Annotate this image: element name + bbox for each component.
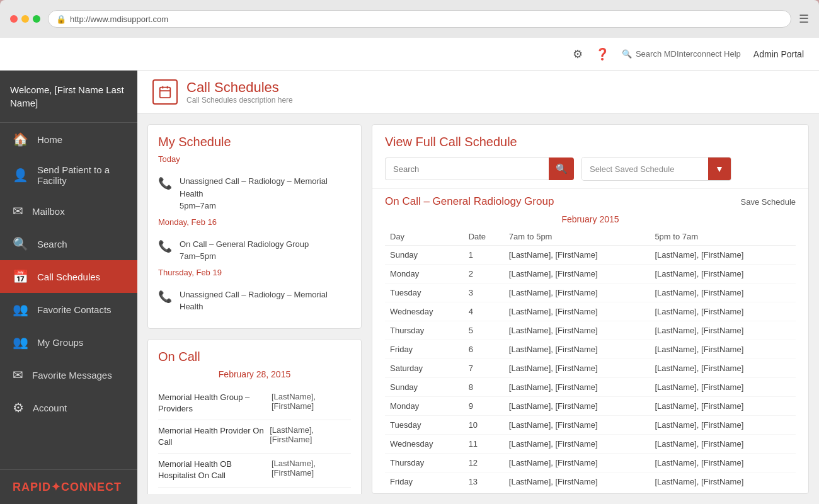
left-panel: My Schedule Today 📞 Unassigned Call – Ra… <box>147 124 362 494</box>
sidebar-item-account[interactable]: ⚙ Account <box>0 391 137 424</box>
admin-portal-link[interactable]: Admin Portal <box>753 49 804 59</box>
cell-pm: [LastName], [FirstName] <box>650 265 796 284</box>
sidebar-item-mailbox[interactable]: ✉ Mailbox <box>0 195 137 227</box>
cell-pm: [LastName], [FirstName] <box>650 284 796 302</box>
cell-am: [LastName], [FirstName] <box>504 378 650 397</box>
save-schedule-button[interactable]: Save Schedule <box>741 197 796 207</box>
cell-date: 2 <box>464 265 504 284</box>
cell-date: 13 <box>464 472 504 491</box>
cell-pm: [LastName], [FirstName] <box>650 435 796 454</box>
full-schedule-search-input[interactable] <box>385 158 549 180</box>
cell-pm: [LastName], [FirstName] <box>650 321 796 340</box>
on-call-group-2: Memorial Health Provider On Call <box>158 425 270 448</box>
feb19-label: Thursday, Feb 19 <box>158 268 351 277</box>
cell-date: 3 <box>464 284 504 302</box>
on-call-title: On Call <box>158 350 351 364</box>
schedule-text-2: On Call – General Radiology Group 7am–5p… <box>180 238 309 263</box>
feb16-label: Monday, Feb 16 <box>158 217 351 227</box>
cell-date: 10 <box>464 416 504 435</box>
on-call-row-4: Memorial Health Provider On Call [LastNa… <box>158 488 351 494</box>
on-call-card: On Call February 28, 2015 Memorial Healt… <box>147 339 362 495</box>
select-arrow-icon[interactable]: ▼ <box>708 158 731 180</box>
sidebar-item-call-schedules[interactable]: 📅 Call Schedules <box>0 260 137 293</box>
cell-date: 7 <box>464 359 504 378</box>
table-row: Sunday 1 [LastName], [FirstName] [LastNa… <box>385 246 796 265</box>
schedule-item-3-text: Unassigned Call – Radiology – Memorial H… <box>180 290 328 312</box>
content-area: Call Schedules Call Schedules descriptio… <box>137 71 819 504</box>
cell-date: 4 <box>464 302 504 321</box>
send-patient-icon: 👤 <box>13 168 28 183</box>
svg-rect-0 <box>160 88 171 98</box>
table-row: Saturday 7 [LastName], [FirstName] [Last… <box>385 359 796 378</box>
sidebar-item-favorite-contacts[interactable]: 👥 Favorite Contacts <box>0 293 137 326</box>
cell-day: Sunday <box>385 246 464 265</box>
schedule-item: 📞 Unassigned Call – Radiology – Memorial… <box>158 170 351 217</box>
cell-am: [LastName], [FirstName] <box>504 416 650 435</box>
sidebar-welcome: Welcome, [First Name Last Name] <box>0 71 137 123</box>
table-row: Wednesday 4 [LastName], [FirstName] [Las… <box>385 302 796 321</box>
cell-pm: [LastName], [FirstName] <box>650 302 796 321</box>
address-bar[interactable]: 🔒 http://www.mdisupport.com <box>48 10 791 28</box>
cell-date: 12 <box>464 454 504 472</box>
table-row: Friday 6 [LastName], [FirstName] [LastNa… <box>385 340 796 359</box>
on-call-date: February 28, 2015 <box>158 369 351 379</box>
sidebar-nav: 🏠 Home 👤 Send Patient to a Facility ✉ Ma… <box>0 123 137 469</box>
sidebar-item-my-groups[interactable]: 👥 My Groups <box>0 326 137 358</box>
cell-pm: [LastName], [FirstName] <box>650 359 796 378</box>
help-icon[interactable]: ❓ <box>595 47 609 61</box>
browser-traffic-lights <box>10 15 40 23</box>
phone-icon: 📞 <box>158 176 172 190</box>
schedule-item-2-time: 7am–5pm <box>180 251 216 261</box>
cell-am: [LastName], [FirstName] <box>504 302 650 321</box>
sidebar-account-label: Account <box>33 403 67 413</box>
cell-pm: [LastName], [FirstName] <box>650 454 796 472</box>
table-row: Tuesday 10 [LastName], [FirstName] [Last… <box>385 416 796 435</box>
schedule-text-3: Unassigned Call – Radiology – Memorial H… <box>180 289 351 313</box>
schedule-item-time: 5pm–7am <box>180 201 216 210</box>
on-call-group-1: Memorial Health Group – Providers <box>158 392 272 415</box>
table-row: Thursday 12 [LastName], [FirstName] [Las… <box>385 454 796 472</box>
sidebar-item-send-patient[interactable]: 👤 Send Patient to a Facility <box>0 156 137 195</box>
cell-day: Thursday <box>385 321 464 340</box>
cell-pm: [LastName], [FirstName] <box>650 416 796 435</box>
sidebar-call-schedules-label: Call Schedules <box>37 272 100 282</box>
on-call-row-1: Memorial Health Group – Providers [LastN… <box>158 387 351 420</box>
sidebar-item-search[interactable]: 🔍 Search <box>0 227 137 260</box>
settings-icon[interactable]: ⚙ <box>573 47 583 61</box>
cell-day: Friday <box>385 340 464 359</box>
table-row: Monday 9 [LastName], [FirstName] [LastNa… <box>385 397 796 416</box>
on-call-group-4: Memorial Health Provider On Call <box>158 493 270 494</box>
page-header: Call Schedules Call Schedules descriptio… <box>137 71 819 114</box>
sidebar-item-favorite-messages[interactable]: ✉ Favorite Messages <box>0 358 137 391</box>
sidebar-item-home[interactable]: 🏠 Home <box>0 123 137 156</box>
schedule-group-title: On Call – General Radiology Group <box>385 195 554 208</box>
browser-menu-icon[interactable]: ☰ <box>799 12 809 26</box>
url-text: http://www.mdisupport.com <box>70 14 168 24</box>
cell-date: 5 <box>464 321 504 340</box>
search-help-text: Search MDInterconnect Help <box>636 49 741 59</box>
right-panel: View Full Call Schedule 🔍 Select Saved S… <box>372 124 809 494</box>
schedule-table-body: Sunday 1 [LastName], [FirstName] [LastNa… <box>385 246 796 491</box>
on-call-row-3: Memorial Health OB Hospitalist On Call [… <box>158 454 351 487</box>
cell-am: [LastName], [FirstName] <box>504 397 650 416</box>
full-schedule-search-button[interactable]: 🔍 <box>549 158 574 180</box>
schedule-table: Day Date 7am to 5pm 5pm to 7am Sunday 1 … <box>385 228 796 491</box>
cell-am: [LastName], [FirstName] <box>504 284 650 302</box>
on-call-person-1: [LastName], [FirstName] <box>272 392 351 411</box>
table-row: Tuesday 3 [LastName], [FirstName] [LastN… <box>385 284 796 302</box>
schedule-table-wrapper[interactable]: Day Date 7am to 5pm 5pm to 7am Sunday 1 … <box>372 228 808 493</box>
sidebar-mailbox-label: Mailbox <box>32 206 65 217</box>
lock-icon: 🔒 <box>56 14 66 24</box>
saved-schedule-select[interactable]: Select Saved Schedule <box>582 158 708 180</box>
home-icon: 🏠 <box>13 132 28 147</box>
full-schedule-search: 🔍 <box>385 158 574 180</box>
col-day: Day <box>385 228 464 246</box>
saved-schedule-select-wrapper: Select Saved Schedule ▼ <box>581 157 731 181</box>
topbar-search[interactable]: 🔍 Search MDInterconnect Help <box>622 49 741 59</box>
my-schedule-card: My Schedule Today 📞 Unassigned Call – Ra… <box>147 124 362 329</box>
schedule-item-2: 📞 On Call – General Radiology Group 7am–… <box>158 233 351 268</box>
col-5pm-7am: 5pm to 7am <box>650 228 796 246</box>
cell-day: Monday <box>385 265 464 284</box>
cell-day: Saturday <box>385 359 464 378</box>
cell-date: 11 <box>464 435 504 454</box>
